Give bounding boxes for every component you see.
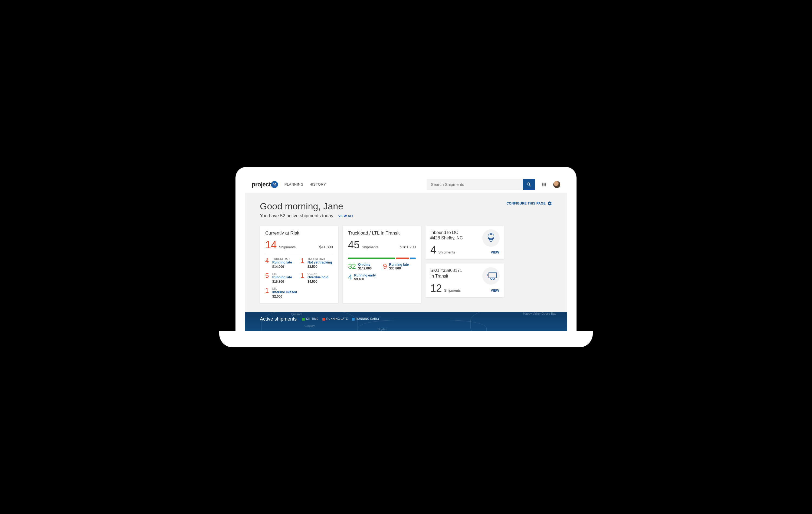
logo-text: project [252,181,271,188]
apps-grid-icon[interactable] [541,182,547,187]
transit-amount: $181,200 [400,245,416,249]
risk-status-link[interactable]: Interline missed [272,290,298,294]
logo-badge: 44 [271,181,278,188]
risk-status-link[interactable]: Overdue hold [308,275,333,279]
nav-planning[interactable]: PLANNING [285,182,303,186]
risk-status-link[interactable]: Running late [272,261,298,264]
risk-amount: $41,800 [319,245,333,249]
card-title: Inbound to DC #428 Shelby, NC [430,230,476,241]
card-inbound-dc: Inbound to DC #428 Shelby, NC [426,225,504,260]
greeting: Good morning, Jane You have 52 active sh… [260,201,354,219]
map-header: Active shipments ON-TIME RUNNING LATE RU… [260,316,552,322]
card-sku-transit: SKU #33963171 In Transit [426,264,504,297]
search-icon [526,182,531,187]
transit-item-early: 4 Running early $9,400 [348,273,381,281]
transit-breakdown: 32 On-time $142,000 9 Running late $30,8… [348,263,416,281]
card-title: SKU #33963171 In Transit [430,268,476,279]
avatar[interactable] [553,181,560,188]
transit-status-link[interactable]: Running early [354,273,376,277]
inbound-count: 4 [430,244,436,255]
legend-on-time: ON-TIME [302,317,319,320]
configure-page-button[interactable]: CONFIGURE THIS PAGE [506,201,552,206]
risk-item: 4 TRUCKLOAD Running late $14,000 [265,258,298,269]
risk-item: 1 TRUCKLOAD Not yet tracking $3,500 [300,258,333,269]
right-column: Inbound to DC #428 Shelby, NC [426,225,504,303]
nav-history[interactable]: HISTORY [309,182,326,186]
search-button[interactable] [523,179,535,190]
transit-status-link[interactable]: On-time [358,263,372,267]
svg-point-2 [491,238,492,239]
screen: project44 PLANNING HISTORY Good morning,… [245,176,567,331]
transit-item-on-time: 32 On-time $142,000 [348,263,381,270]
risk-status-link[interactable]: Running late [272,275,298,279]
svg-point-1 [489,238,490,239]
svg-point-5 [491,278,492,279]
risk-item: 1 LTL Interline missed $2,000 [265,287,298,298]
view-button[interactable]: VIEW [491,250,499,254]
page-title: Good morning, Jane [260,201,354,212]
card-totals: 45 Shipments $181,200 [348,239,416,254]
transit-status-link[interactable]: Running late [389,263,409,267]
card-title: Truckload / LTL In Transit [348,231,416,236]
transit-count: 45 [348,239,359,250]
legend-early: RUNNING EARLY [352,317,380,320]
card-in-transit: Truckload / LTL In Transit 45 Shipments … [343,225,421,303]
app-header: project44 PLANNING HISTORY [245,176,567,193]
risk-status-link[interactable]: Not yet tracking [308,261,333,264]
map-title: Active shipments [260,316,297,322]
bar-early [410,258,416,259]
logo[interactable]: project44 [252,181,278,188]
truck-icon [482,267,500,284]
risk-count-label: Shipments [279,245,296,249]
risk-item: 5 LTL Running late $16,800 [265,272,298,283]
dashboard-page: Good morning, Jane You have 52 active sh… [245,193,567,303]
location-icon [482,230,500,247]
sku-count: 12 [430,282,442,294]
greeting-row: Good morning, Jane You have 52 active sh… [260,201,552,219]
risk-count: 14 [265,239,277,250]
search-input[interactable] [427,179,523,190]
cards-grid: Currently at Risk 14 Shipments $41,800 4… [260,225,552,303]
card-title: Currently at Risk [265,231,333,236]
active-shipments-map[interactable]: Quesnel Calgary Vancouver Dryden Thunder… [245,312,567,331]
card-totals: 14 Shipments $41,800 [265,239,333,254]
card-at-risk: Currently at Risk 14 Shipments $41,800 4… [260,225,338,303]
bar-late [396,258,409,259]
gear-icon [547,201,552,206]
svg-point-3 [492,238,493,239]
svg-rect-4 [489,273,496,278]
transit-progress-bar [348,258,416,259]
bar-on-time [348,258,395,259]
risk-item: 1 OCEAN Overdue hold $4,500 [300,272,333,283]
search-bar [427,179,535,190]
legend-late: RUNNING LATE [322,317,348,320]
view-all-link[interactable]: VIEW ALL [338,214,354,218]
view-button[interactable]: VIEW [491,289,499,293]
main-nav: PLANNING HISTORY [285,182,326,186]
laptop-base [219,331,593,347]
map-legend: ON-TIME RUNNING LATE RUNNING EARLY [302,317,379,320]
transit-item-late: 9 Running late $30,800 [383,263,416,270]
risk-breakdown: 4 TRUCKLOAD Running late $14,000 1 TRUCK… [265,258,333,298]
svg-point-6 [493,278,494,279]
laptop-frame: project44 PLANNING HISTORY Good morning,… [235,167,577,347]
page-subtitle: You have 52 active shipments today. VIEW… [260,213,354,219]
